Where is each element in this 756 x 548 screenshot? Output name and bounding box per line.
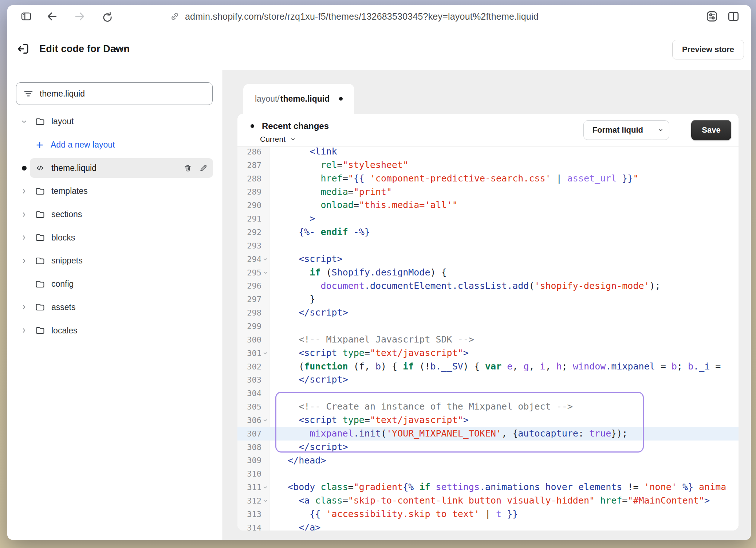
code-line[interactable]: [269, 239, 739, 253]
code-line[interactable]: document.documentElement.classList.add('…: [269, 279, 739, 293]
line-number: 314: [247, 523, 261, 531]
unsaved-dot: [22, 166, 27, 171]
code-line[interactable]: </a>: [269, 521, 739, 531]
folder-icon: [35, 279, 45, 289]
pencil-icon[interactable]: [199, 164, 208, 173]
code-line[interactable]: </script>: [269, 373, 739, 387]
code-line[interactable]: href="{{ 'component-predictive-search.cs…: [269, 172, 739, 185]
sidebar-item-label: locales: [51, 326, 78, 336]
line-number: 294: [247, 255, 261, 264]
folder-icon: [35, 232, 45, 243]
plus-icon: [35, 140, 44, 150]
sidebar-item-label: layout: [51, 117, 74, 126]
code-line[interactable]: <body class="gradient{% if settings.anim…: [269, 481, 739, 494]
sidebar-item-locales[interactable]: locales: [7, 319, 223, 342]
code-line[interactable]: <script>: [269, 253, 739, 266]
code-line[interactable]: [269, 387, 739, 400]
sidebar-item-add-a-new-layout[interactable]: Add a new layout: [7, 133, 223, 157]
code-line[interactable]: if (Shopify.designMode) {: [269, 266, 739, 279]
sidebar-item-layout[interactable]: layout: [7, 110, 223, 133]
folder-icon: [35, 117, 45, 127]
line-number: 289: [247, 187, 261, 196]
line-number: 309: [247, 456, 261, 465]
code-line[interactable]: (function (f, b) { if (!b.__SV) { var e,…: [269, 360, 739, 373]
code-line[interactable]: <!-- Create an instance of the Mixpanel …: [269, 400, 739, 414]
code-line[interactable]: </script>: [269, 441, 739, 454]
line-number: 308: [247, 443, 261, 452]
code-line[interactable]: <script type="text/javascript">: [269, 347, 739, 360]
code-line[interactable]: >: [269, 212, 739, 226]
back-icon[interactable]: [46, 10, 58, 23]
line-number: 305: [247, 402, 261, 411]
line-number: 290: [247, 201, 261, 210]
code-editor[interactable]: 2862872882892902912922932942952962972982…: [237, 146, 739, 531]
line-number: 288: [247, 174, 261, 183]
code-line[interactable]: mixpanel.init('YOUR_MIXPANEL_TOKEN', {au…: [269, 427, 739, 441]
folder-icon: [35, 256, 45, 266]
line-number: 287: [247, 161, 261, 170]
sidebar-item-snippets[interactable]: snippets: [7, 249, 223, 273]
editor-content: layout/ theme.liquid Recent changes Curr…: [223, 70, 751, 540]
trash-icon[interactable]: [183, 164, 192, 173]
exit-editor-icon[interactable]: [16, 42, 31, 56]
folder-icon: [35, 186, 45, 196]
line-number: 299: [247, 322, 261, 331]
more-menu-icon[interactable]: [115, 28, 126, 70]
reload-icon[interactable]: [101, 10, 114, 23]
browser-window: admin.shopify.com/store/rzq1xu-f5/themes…: [7, 5, 751, 540]
code-line[interactable]: media="print": [269, 185, 739, 199]
url-text: admin.shopify.com/store/rzq1xu-f5/themes…: [185, 11, 539, 22]
code-line[interactable]: <link: [269, 146, 739, 158]
editor-card-header: Recent changes Current Format liquid: [237, 114, 739, 146]
sidebar-item-label: blocks: [51, 233, 75, 243]
line-number: 297: [247, 295, 261, 304]
code-line[interactable]: </head>: [269, 454, 739, 467]
format-liquid-button[interactable]: Format liquid: [583, 120, 669, 140]
code-line[interactable]: [269, 467, 739, 481]
sidebar-item-label: Add a new layout: [51, 140, 115, 150]
sidebar-item-theme-liquid[interactable]: theme.liquid: [7, 156, 223, 180]
chevron-down-icon[interactable]: [652, 121, 669, 140]
body-area: theme.liquid layoutAdd a new layouttheme…: [7, 70, 751, 540]
code-line[interactable]: <a class="skip-to-content-link button vi…: [269, 494, 739, 508]
code-line[interactable]: {{ 'accessibility.skip_to_text' | t }}: [269, 508, 739, 521]
code-line[interactable]: }: [269, 293, 739, 306]
search-value: theme.liquid: [40, 89, 85, 99]
chevron-right-icon: [20, 211, 28, 219]
code-line[interactable]: </script>: [269, 306, 739, 320]
fold-icon: [263, 485, 268, 490]
sidebar-item-assets[interactable]: assets: [7, 296, 223, 319]
url-bar[interactable]: admin.shopify.com/store/rzq1xu-f5/themes…: [170, 5, 539, 28]
page-settings-icon[interactable]: [705, 9, 719, 23]
code-line[interactable]: <script type="text/javascript">: [269, 414, 739, 427]
sidebar-item-sections[interactable]: sections: [7, 203, 223, 226]
version-dropdown[interactable]: Current: [260, 135, 296, 144]
preview-store-button[interactable]: Preview store: [672, 40, 744, 59]
link-icon: [170, 11, 180, 21]
code-line[interactable]: onload="this.media='all'": [269, 199, 739, 212]
code-line[interactable]: [269, 320, 739, 333]
code-file-icon: [35, 163, 45, 173]
file-tree: layoutAdd a new layouttheme.liquidtempla…: [7, 110, 223, 342]
code-line[interactable]: {%- endif -%}: [269, 226, 739, 239]
save-button[interactable]: Save: [691, 120, 731, 140]
sidebar-item-blocks[interactable]: blocks: [7, 226, 223, 249]
split-view-icon[interactable]: [727, 10, 740, 23]
sidebar-item-templates[interactable]: templates: [7, 180, 223, 203]
sidebar-item-label: theme.liquid: [51, 163, 97, 173]
forward-icon[interactable]: [74, 10, 86, 23]
line-number: 303: [247, 375, 261, 384]
line-number: 298: [247, 308, 261, 317]
line-number: 293: [247, 241, 261, 250]
folder-icon: [35, 210, 45, 220]
code-line[interactable]: <!-- Mixpanel Javascript SDK -->: [269, 333, 739, 347]
line-number: 310: [247, 469, 261, 478]
chevron-down-icon: [290, 136, 296, 142]
chevron-right-icon: [20, 257, 28, 265]
code-line[interactable]: rel="stylesheet": [269, 158, 739, 172]
file-search-input[interactable]: theme.liquid: [16, 82, 213, 105]
sidebar-item-config[interactable]: config: [7, 273, 223, 296]
tab-layout-theme-liquid[interactable]: layout/ theme.liquid: [243, 84, 354, 114]
browser-toolbar: admin.shopify.com/store/rzq1xu-f5/themes…: [7, 5, 751, 28]
sidebar-toggle-icon[interactable]: [20, 11, 32, 22]
